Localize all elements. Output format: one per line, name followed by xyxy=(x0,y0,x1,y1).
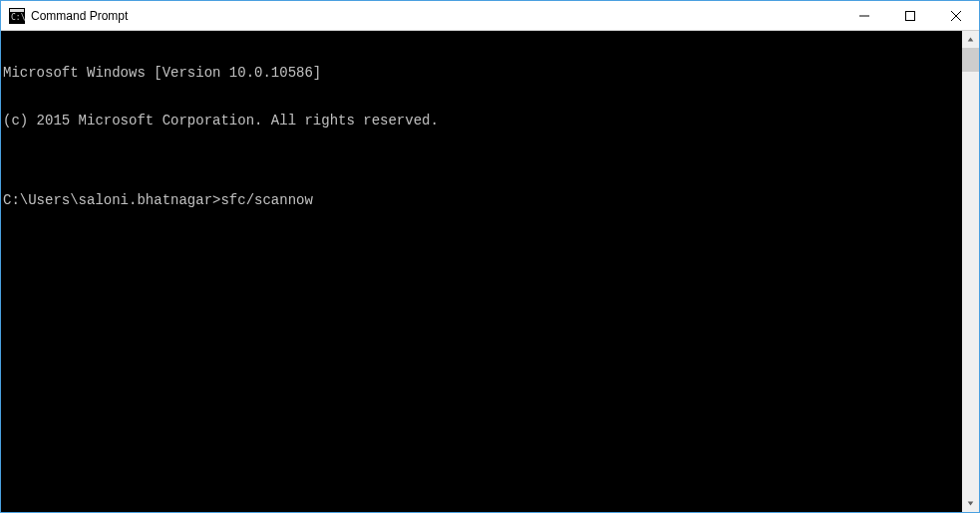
terminal-line: Microsoft Windows [Version 10.0.10586] xyxy=(3,65,962,81)
scroll-track[interactable] xyxy=(962,48,979,495)
command-prompt-icon: C:\ xyxy=(9,8,25,24)
svg-rect-1 xyxy=(10,9,24,12)
svg-marker-8 xyxy=(968,501,974,505)
window-controls xyxy=(841,1,979,30)
svg-text:C:\: C:\ xyxy=(11,13,25,22)
content-area: Microsoft Windows [Version 10.0.10586] (… xyxy=(1,31,979,512)
close-button[interactable] xyxy=(933,1,979,30)
svg-rect-4 xyxy=(906,11,915,20)
terminal-line: (c) 2015 Microsoft Corporation. All righ… xyxy=(3,113,962,128)
prompt-line: C:\Users\saloni.bhatnagar>sfc/scannow xyxy=(3,192,962,208)
svg-marker-7 xyxy=(968,37,974,41)
scroll-up-button[interactable] xyxy=(962,31,979,48)
command-prompt-window: C:\ Command Prompt Microsoft Windows [Ve… xyxy=(0,0,980,513)
scroll-thumb[interactable] xyxy=(962,48,979,72)
minimize-button[interactable] xyxy=(841,1,887,30)
terminal-output[interactable]: Microsoft Windows [Version 10.0.10586] (… xyxy=(1,31,962,512)
window-title: Command Prompt xyxy=(31,9,841,23)
prompt-text: C:\Users\saloni.bhatnagar> xyxy=(3,192,220,208)
maximize-button[interactable] xyxy=(887,1,933,30)
scroll-down-button[interactable] xyxy=(962,495,979,512)
titlebar[interactable]: C:\ Command Prompt xyxy=(1,1,979,31)
vertical-scrollbar[interactable] xyxy=(962,31,979,512)
command-input[interactable]: sfc/scannow xyxy=(220,192,312,208)
